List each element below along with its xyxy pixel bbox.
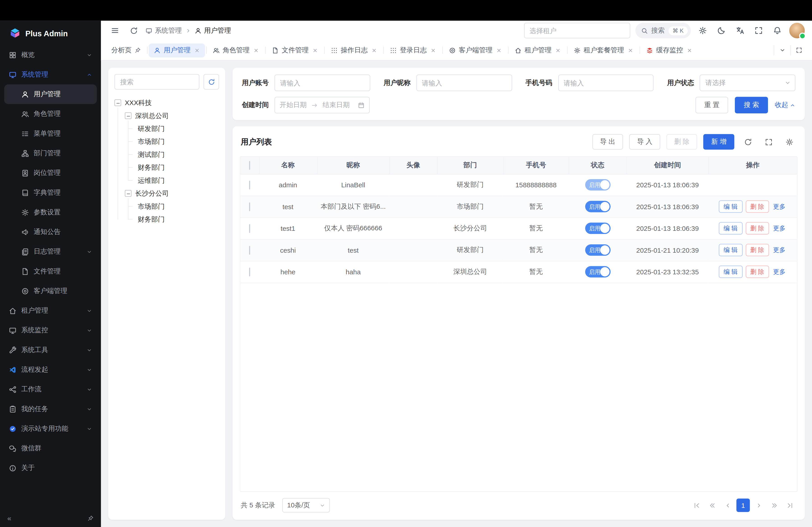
tab-file-mgmt[interactable]: 文件管理 xyxy=(266,43,323,57)
status-toggle[interactable]: 启用 xyxy=(585,201,610,212)
edit-button[interactable]: 编 辑 xyxy=(719,222,742,235)
next-jump-button[interactable] xyxy=(768,499,781,512)
tab-client-mgmt[interactable]: 客户端管理 xyxy=(444,43,507,57)
sidebar-item-menu-mgmt[interactable]: 菜单管理 xyxy=(4,124,97,144)
edit-button[interactable]: 编 辑 xyxy=(719,244,742,256)
row-checkbox[interactable] xyxy=(249,267,250,276)
tab-tenant-mgmt[interactable]: 租户管理 xyxy=(509,43,566,57)
phone-input[interactable] xyxy=(558,75,654,91)
close-icon[interactable] xyxy=(628,47,633,53)
prev-jump-button[interactable] xyxy=(705,499,719,512)
status-select[interactable]: 请选择 xyxy=(700,75,795,91)
tree-node-company[interactable]: 长沙分公司 xyxy=(125,187,219,200)
more-button[interactable]: 更多 xyxy=(772,222,786,235)
fullscreen-button[interactable] xyxy=(752,24,766,37)
more-button[interactable]: 更多 xyxy=(772,266,786,278)
sidebar-item-system-monitor[interactable]: 系统监控 xyxy=(4,320,97,340)
settings-gear-button[interactable] xyxy=(696,24,710,37)
page-size-select[interactable]: 10条/页 xyxy=(282,498,330,512)
delete-row-button[interactable]: 删 除 xyxy=(745,200,769,213)
language-switch-button[interactable] xyxy=(733,24,747,37)
sidebar-item-user-mgmt[interactable]: 用户管理 xyxy=(4,84,97,104)
sidebar-item-workflow[interactable]: 工作流 xyxy=(4,379,97,399)
tree-node-dept[interactable]: 财务部门 xyxy=(135,213,219,226)
sidebar-item-post-mgmt[interactable]: 岗位管理 xyxy=(4,163,97,183)
sidebar-item-dept-mgmt[interactable]: 部门管理 xyxy=(4,144,97,163)
tab-tenant-package-mgmt[interactable]: 租户套餐管理 xyxy=(569,43,639,57)
status-toggle[interactable]: 启用 xyxy=(585,179,610,191)
tree-node-dept[interactable]: 测试部门 xyxy=(135,148,219,161)
tree-search-input[interactable] xyxy=(114,74,199,90)
close-icon[interactable] xyxy=(312,47,318,53)
import-button[interactable]: 导 入 xyxy=(629,134,660,150)
tree-node-company[interactable]: 深圳总公司 xyxy=(125,109,219,122)
tree-node-dept[interactable]: 市场部门 xyxy=(135,200,219,213)
refresh-page-button[interactable] xyxy=(127,24,141,37)
content-fullscreen-button[interactable] xyxy=(791,45,807,56)
close-icon[interactable] xyxy=(686,47,692,53)
sidebar-item-system-mgmt[interactable]: 系统管理 xyxy=(4,65,97,84)
close-icon[interactable] xyxy=(253,47,259,53)
edit-button[interactable]: 编 辑 xyxy=(719,200,742,213)
sidebar-item-tenant-mgmt[interactable]: 租户管理 xyxy=(4,301,97,320)
tab-list-dropdown-button[interactable] xyxy=(774,45,790,56)
tab-login-log[interactable]: 登录日志 xyxy=(385,43,441,57)
tree-expander[interactable] xyxy=(125,190,131,197)
tree-node-dept[interactable]: 运维部门 xyxy=(135,174,219,187)
sidebar-item-role-mgmt[interactable]: 角色管理 xyxy=(4,104,97,124)
tab-operation-log[interactable]: 操作日志 xyxy=(326,43,382,57)
global-search-button[interactable]: 搜索 ⌘ K xyxy=(635,23,691,38)
next-page-button[interactable] xyxy=(752,499,766,512)
edit-button[interactable]: 编 辑 xyxy=(719,266,742,278)
date-range-picker[interactable]: 开始日期 结束日期 xyxy=(275,97,370,113)
status-toggle[interactable]: 启用 xyxy=(585,266,610,277)
notifications-bell-button[interactable] xyxy=(770,24,784,37)
tab-user-mgmt[interactable]: 用户管理 xyxy=(149,43,205,57)
row-checkbox[interactable] xyxy=(249,246,250,255)
sidebar-item-client-mgmt[interactable]: 客户端管理 xyxy=(4,281,97,301)
reset-button[interactable]: 重 置 xyxy=(695,97,728,113)
dark-mode-toggle[interactable] xyxy=(714,24,728,37)
export-button[interactable]: 导 出 xyxy=(592,134,623,150)
app-logo[interactable]: Plus Admin xyxy=(0,21,101,43)
sidebar-item-param-settings[interactable]: 参数设置 xyxy=(4,202,97,222)
pin-icon[interactable] xyxy=(88,515,94,521)
close-icon[interactable] xyxy=(555,47,561,53)
row-checkbox[interactable] xyxy=(249,224,250,232)
sidebar-item-log-mgmt[interactable]: 日志管理 xyxy=(4,242,97,261)
sidebar-item-demo-features[interactable]: 演示站专用功能 xyxy=(4,419,97,438)
delete-row-button[interactable]: 删 除 xyxy=(745,244,769,256)
more-button[interactable]: 更多 xyxy=(772,200,786,213)
tree-expander[interactable] xyxy=(125,112,131,119)
tenant-select-input[interactable] xyxy=(524,23,630,38)
sidebar-item-wechat-group[interactable]: 微信群 xyxy=(4,438,97,458)
search-button[interactable]: 搜 索 xyxy=(735,97,768,113)
breadcrumb-user-mgmt[interactable]: 用户管理 xyxy=(195,26,231,35)
sidebar-item-dict-mgmt[interactable]: 字典管理 xyxy=(4,183,97,202)
tree-node-dept[interactable]: 财务部门 xyxy=(135,161,219,174)
pin-icon[interactable] xyxy=(135,47,141,54)
collapse-filters-link[interactable]: 收起 xyxy=(775,101,796,110)
first-page-button[interactable] xyxy=(690,499,703,512)
table-refresh-button[interactable] xyxy=(740,135,755,149)
status-toggle[interactable]: 启用 xyxy=(585,223,610,234)
more-button[interactable]: 更多 xyxy=(772,244,786,256)
sidebar-item-my-tasks[interactable]: 我的任务 xyxy=(4,399,97,419)
sidebar-item-file-mgmt[interactable]: 文件管理 xyxy=(4,261,97,281)
close-icon[interactable] xyxy=(371,47,377,53)
sidebar-item-overview[interactable]: 概览 xyxy=(4,45,97,65)
tree-node-dept[interactable]: 市场部门 xyxy=(135,135,219,148)
sidebar-item-process-start[interactable]: 流程发起 xyxy=(4,360,97,379)
table-settings-button[interactable] xyxy=(782,135,796,149)
tab-role-mgmt[interactable]: 角色管理 xyxy=(208,43,264,57)
breadcrumb-system-mgmt[interactable]: 系统管理 xyxy=(145,26,182,35)
row-checkbox[interactable] xyxy=(249,180,250,189)
page-number-current[interactable]: 1 xyxy=(737,499,750,512)
close-icon[interactable] xyxy=(430,47,436,53)
delete-button[interactable]: 删 除 xyxy=(666,134,697,150)
tree-node-dept[interactable]: 研发部门 xyxy=(135,122,219,135)
prev-page-button[interactable] xyxy=(721,499,735,512)
nickname-input[interactable] xyxy=(416,75,512,91)
sidebar-item-notice[interactable]: 通知公告 xyxy=(4,222,97,242)
tab-cache-monitor[interactable]: 缓存监控 xyxy=(641,43,697,57)
